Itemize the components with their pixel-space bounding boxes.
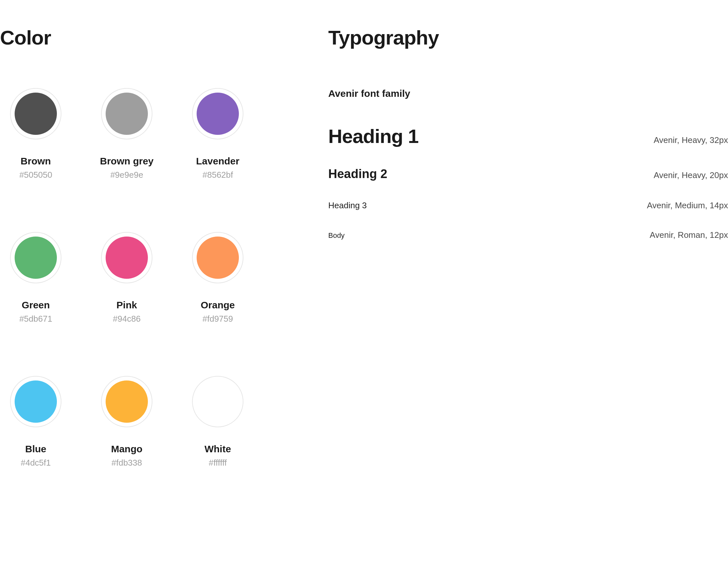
swatch-fill (197, 237, 239, 279)
swatch-fill (15, 380, 57, 423)
color-section: Color Brown #505050 Brown grey #9e9e9e L… (0, 0, 276, 468)
swatch-hex: #ffffff (209, 458, 227, 468)
swatch-hex: #94c86 (113, 314, 140, 324)
swatch-ring (192, 376, 243, 427)
type-spec: Avenir, Heavy, 32px (654, 135, 728, 145)
type-label: Body (328, 231, 344, 240)
swatch-name: Brown (21, 156, 51, 167)
swatch-name: Blue (25, 444, 46, 454)
font-family: Avenir font family (328, 88, 728, 99)
color-title: Color (0, 26, 276, 49)
type-row: Body Avenir, Roman, 12px (328, 230, 728, 240)
color-swatch: White #ffffff (182, 376, 254, 468)
swatch-name: Orange (201, 299, 235, 311)
typography-title: Typography (328, 26, 728, 49)
swatch-fill (106, 237, 148, 279)
color-swatch: Brown #505050 (0, 88, 72, 180)
color-swatch: Green #5db671 (0, 232, 72, 324)
swatch-fill (197, 93, 239, 135)
swatch-hex: #8562bf (203, 170, 233, 180)
color-swatch: Orange #fd9759 (182, 232, 254, 324)
color-swatch: Brown grey #9e9e9e (91, 88, 162, 180)
swatch-ring (101, 376, 152, 427)
swatch-hex: #9e9e9e (110, 170, 143, 180)
type-row: Heading 3 Avenir, Medium, 14px (328, 201, 728, 211)
style-guide: Color Brown #505050 Brown grey #9e9e9e L… (0, 0, 728, 468)
swatch-hex: #fdb338 (111, 458, 142, 468)
type-label: Heading 1 (328, 125, 419, 148)
color-swatch: Blue #4dc5f1 (0, 376, 72, 468)
swatch-ring (10, 232, 61, 283)
color-swatch: Lavender #8562bf (182, 88, 254, 180)
type-label: Heading 2 (328, 167, 387, 181)
swatch-ring (10, 88, 61, 139)
swatch-hex: #fd9759 (203, 314, 233, 324)
swatch-fill (197, 380, 239, 423)
swatch-ring (192, 88, 243, 139)
swatch-hex: #505050 (19, 170, 52, 180)
type-label: Heading 3 (328, 201, 367, 211)
swatch-name: Mango (111, 444, 143, 454)
swatch-ring (192, 232, 243, 283)
swatch-name: Lavender (196, 156, 239, 167)
swatch-name: Brown grey (100, 156, 153, 167)
swatch-fill (15, 93, 57, 135)
type-row: Heading 1 Avenir, Heavy, 32px (328, 125, 728, 148)
swatch-name: White (204, 444, 231, 454)
swatch-ring (10, 376, 61, 427)
swatch-hex: #4dc5f1 (21, 458, 51, 468)
swatch-ring (101, 88, 152, 139)
swatch-hex: #5db671 (19, 314, 52, 324)
color-grid: Brown #505050 Brown grey #9e9e9e Lavende… (0, 88, 276, 468)
type-row: Heading 2 Avenir, Heavy, 20px (328, 167, 728, 181)
swatch-fill (106, 93, 148, 135)
type-spec: Avenir, Roman, 12px (650, 230, 728, 240)
type-spec: Avenir, Medium, 14px (647, 201, 728, 211)
typography-rows: Heading 1 Avenir, Heavy, 32px Heading 2 … (328, 125, 728, 240)
swatch-fill (15, 237, 57, 279)
swatch-ring (101, 232, 152, 283)
swatch-name: Pink (116, 299, 137, 311)
color-swatch: Pink #94c86 (91, 232, 162, 324)
type-spec: Avenir, Heavy, 20px (654, 170, 728, 180)
color-swatch: Mango #fdb338 (91, 376, 162, 468)
swatch-fill (106, 380, 148, 423)
typography-section: Typography Avenir font family Heading 1 … (328, 0, 728, 468)
swatch-name: Green (22, 299, 50, 311)
